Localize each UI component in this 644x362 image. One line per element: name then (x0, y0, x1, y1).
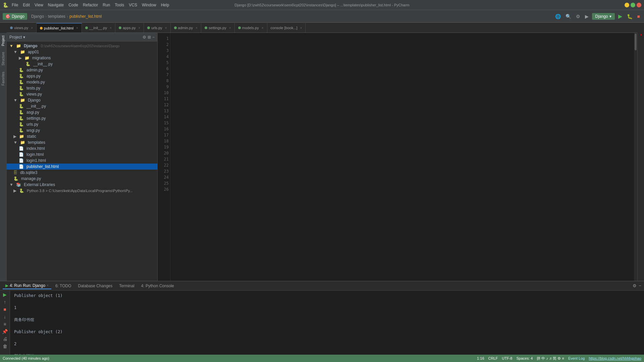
debug-button[interactable]: 🐛 (626, 13, 634, 20)
tree-item-django-root[interactable]: ▼ 📁 Django D:\zwh52\coursework\sem6\cpt2… (7, 43, 157, 49)
bottom-settings-btn[interactable]: ⚙ (633, 283, 637, 288)
tab-settings-close[interactable]: × (229, 26, 231, 30)
menu-vcs[interactable]: VCS (127, 2, 139, 8)
tree-item-templates[interactable]: ▼ 📁 templates (7, 139, 157, 145)
menu-tools[interactable]: Tools (113, 2, 126, 8)
run-settings-btn2[interactable]: ≡ (3, 321, 6, 327)
tab-urls-py[interactable]: urls.py × (144, 23, 170, 33)
tree-item-asgi[interactable]: 🐍 asgi.py (7, 109, 157, 115)
tab-init-py[interactable]: __init__.py × (82, 23, 115, 33)
tab-apps-py[interactable]: apps.py × (115, 23, 144, 33)
menu-help[interactable]: Help (159, 2, 171, 8)
tree-item-publisher-list[interactable]: 📄 publisher_list.html (7, 164, 157, 170)
bottom-close-btn[interactable]: − (639, 283, 641, 288)
run-trash-btn[interactable]: 🗑 (3, 344, 7, 349)
run-config-dropdown[interactable]: Django ▾ (592, 13, 615, 20)
breadcrumb-root[interactable]: Django (31, 14, 44, 19)
toolbar-browser-btn[interactable]: 🌐 (554, 13, 562, 20)
bottom-tab-terminal[interactable]: Terminal (116, 283, 137, 289)
vert-tab-favorites[interactable]: Favorites (1, 70, 6, 87)
status-position[interactable]: 1:16 (477, 356, 484, 360)
tab-settings-py[interactable]: settings.py × (201, 23, 234, 33)
tab-views-close[interactable]: × (31, 26, 33, 30)
vert-tab-structure[interactable]: Structure (1, 51, 6, 67)
bottom-tab-db-changes[interactable]: Database Changes (75, 283, 115, 289)
run-scroll-down-btn[interactable]: ↓ (4, 314, 6, 319)
tab-console-close[interactable]: × (300, 26, 302, 30)
status-event-log[interactable]: Event Log (568, 356, 585, 360)
code-editor[interactable] (170, 33, 637, 281)
tree-item-init-migrations[interactable]: 🐍 __init__.py (7, 61, 157, 67)
run-restart-btn[interactable]: ▶ (3, 292, 7, 297)
toolbar-settings-btn[interactable]: ⚙ (575, 13, 582, 20)
tree-item-manage-py[interactable]: 🐍 manage.py (7, 176, 157, 182)
tree-item-views[interactable]: 🐍 views.py (7, 91, 157, 97)
tree-item-migrations[interactable]: ▶ 📁 migrations (7, 55, 157, 61)
menu-view[interactable]: View (33, 2, 45, 8)
bottom-tab-run[interactable]: ▶ 4: Run Run: Django × (3, 283, 51, 289)
breadcrumb-file[interactable]: publisher_list.html (69, 14, 102, 19)
run-tab-close[interactable]: × (47, 284, 49, 287)
tab-console[interactable]: console [book...] × (267, 23, 306, 33)
status-indent[interactable]: Spaces: 4 (516, 356, 533, 360)
run-button[interactable]: ▶ (617, 12, 624, 20)
tree-item-python38[interactable]: ▶ 🐍 Python 3.8 > C:\Users\kek\AppData\Lo… (7, 188, 157, 194)
menu-window[interactable]: Window (140, 2, 158, 8)
stop-button[interactable]: ■ (636, 13, 641, 20)
status-url[interactable]: https://blog.csdn.net/hhhhgohao (589, 356, 641, 360)
tab-urls-close[interactable]: × (165, 26, 167, 30)
toolbar-run-config-btn[interactable]: ▶ (584, 13, 590, 20)
tree-item-init-django[interactable]: 🐍 __init__.py (7, 103, 157, 109)
bottom-tab-python-console[interactable]: 4: Python Console (139, 283, 177, 289)
tree-item-login1-html[interactable]: 📄 login1.html (7, 158, 157, 164)
tree-item-external-libs[interactable]: ▼ 📚 External Libraries (7, 182, 157, 188)
toolbar-search-btn[interactable]: 🔍 (564, 13, 573, 20)
tab-init-close[interactable]: × (110, 26, 112, 30)
vert-tab-project[interactable]: Project (1, 34, 6, 47)
breadcrumb-templates[interactable]: templates (48, 14, 65, 19)
menu-code[interactable]: Code (66, 2, 80, 8)
tree-item-db-sqlite3[interactable]: 🗄 db.sqlite3 (7, 170, 157, 176)
menu-edit[interactable]: Edit (21, 2, 32, 8)
tree-item-static[interactable]: ▶ 📁 static (7, 133, 157, 139)
tab-admin-py[interactable]: admin.py × (171, 23, 201, 33)
tree-item-login-html[interactable]: 📄 login.html (7, 152, 157, 158)
tree-item-wsgi[interactable]: 🐍 wsgi.py (7, 127, 157, 133)
menu-run[interactable]: Run (101, 2, 112, 8)
run-print-btn[interactable]: 🖨 (3, 336, 7, 342)
tree-item-admin[interactable]: 🐍 admin.py (7, 67, 157, 73)
panel-close-btn[interactable]: − (152, 35, 155, 40)
bottom-tab-todo[interactable]: 6: TODO (53, 283, 74, 289)
tree-item-django-inner[interactable]: ▼ 📁 Django (7, 97, 157, 103)
project-logo: 🎯 Django (3, 13, 27, 20)
tree-item-apps[interactable]: 🐍 apps.py (7, 73, 157, 79)
scrollbar-thumb[interactable] (635, 34, 637, 50)
tab-views-py[interactable]: views.py × (7, 23, 37, 33)
tree-item-urls[interactable]: 🐍 urls.py (7, 121, 157, 127)
run-pin-btn[interactable]: 📌 (2, 329, 8, 334)
menu-file[interactable]: File (10, 2, 20, 8)
menu-navigate[interactable]: Navigate (46, 2, 66, 8)
tree-item-index-html[interactable]: 📄 index.html (7, 145, 157, 152)
tab-models-py[interactable]: models.py × (235, 23, 267, 33)
maximize-button[interactable] (631, 3, 635, 7)
editor-scrollbar[interactable] (634, 33, 637, 281)
tab-admin-close[interactable]: × (196, 26, 198, 30)
tree-item-settings[interactable]: 🐍 settings.py (7, 115, 157, 121)
status-crlf[interactable]: CRLF (488, 356, 498, 360)
run-stop-btn[interactable]: ■ (3, 307, 6, 312)
tab-publisher-close[interactable]: × (76, 26, 78, 30)
menu-refactor[interactable]: Refactor (81, 2, 100, 8)
run-scroll-up-btn[interactable]: ↑ (4, 299, 6, 305)
tree-item-app01[interactable]: ▼ 📁 app01 (7, 49, 157, 55)
panel-layout-btn[interactable]: ⊞ (148, 35, 151, 40)
panel-settings-btn[interactable]: ⚙ (143, 35, 146, 40)
tab-apps-close[interactable]: × (139, 26, 141, 30)
close-button[interactable] (637, 3, 641, 7)
tree-item-tests[interactable]: 🐍 tests.py (7, 85, 157, 91)
tab-models-close[interactable]: × (262, 26, 264, 30)
minimize-button[interactable] (625, 3, 629, 7)
tab-publisher-list-html[interactable]: publisher_list.html × (37, 23, 82, 33)
tree-item-models[interactable]: 🐍 models.py (7, 79, 157, 85)
status-charset[interactable]: UTF-8 (502, 356, 512, 360)
